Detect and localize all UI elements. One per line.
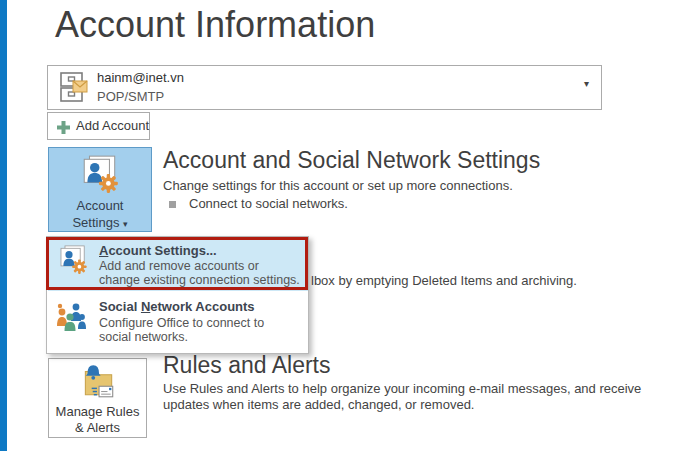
backstage-sidebar-edge <box>0 0 7 451</box>
account-settings-button-label-line2: Settings ▾ <box>49 214 151 233</box>
manage-rules-icon <box>49 362 146 404</box>
connect-social-networks-bullet: Connect to social networks. <box>189 196 348 211</box>
mailbox-cleanup-text-fragment: lbox by emptying Deleted Items and archi… <box>311 273 577 288</box>
bullet-square-icon <box>169 201 176 208</box>
menu-item-social-network-accounts[interactable]: Social Network Accounts Configure Office… <box>48 293 308 352</box>
account-settings-button[interactable]: Account Settings ▾ <box>48 147 152 232</box>
rules-section-heading: Rules and Alerts <box>163 352 330 379</box>
account-protocol: POP/SMTP <box>97 89 164 104</box>
rules-description-line2: updates when items are added, changed, o… <box>163 397 474 412</box>
account-settings-menu: Account Settings... Add and remove accou… <box>46 236 309 354</box>
account-email: hainm@inet.vn <box>97 70 184 85</box>
menu-item-description-line2: social networks. <box>99 330 188 344</box>
menu-item-description-line2: change existing connection settings. <box>99 273 300 287</box>
menu-item-title: Account Settings... <box>99 243 217 258</box>
account-settings-menu-icon <box>57 245 89 278</box>
account-settings-section-heading: Account and Social Network Settings <box>163 147 540 174</box>
menu-item-description-line1: Add and remove accounts or <box>99 259 259 273</box>
social-network-accounts-icon <box>55 302 87 336</box>
account-settings-icon <box>49 155 151 197</box>
menu-item-description-line1: Configure Office to connect to <box>99 316 264 330</box>
outlook-backstage-account-info: Account Information hainm@inet.vn POP/SM… <box>0 0 687 451</box>
add-account-label: Add Account <box>76 118 149 133</box>
page-title: Account Information <box>55 4 375 46</box>
manage-rules-alerts-button[interactable]: Manage Rules & Alerts <box>48 358 147 438</box>
menu-item-title: Social Network Accounts <box>99 299 255 314</box>
manage-rules-label-line1: Manage Rules <box>49 404 146 420</box>
add-account-button[interactable]: Add Account <box>47 112 150 140</box>
chevron-down-icon: ▾ <box>123 219 128 229</box>
manage-rules-label-line2: & Alerts <box>49 420 146 436</box>
account-settings-section-description: Change settings for this account or set … <box>163 178 513 193</box>
plus-icon <box>57 120 70 138</box>
rules-description-line1: Use Rules and Alerts to help organize yo… <box>163 381 641 396</box>
chevron-down-icon: ▾ <box>584 78 589 89</box>
account-settings-button-label-line1: Account <box>49 197 151 214</box>
mail-account-icon <box>56 70 90 108</box>
account-selector-dropdown[interactable]: hainm@inet.vn POP/SMTP ▾ <box>47 65 602 110</box>
menu-item-account-settings[interactable]: Account Settings... Add and remove accou… <box>48 238 308 291</box>
